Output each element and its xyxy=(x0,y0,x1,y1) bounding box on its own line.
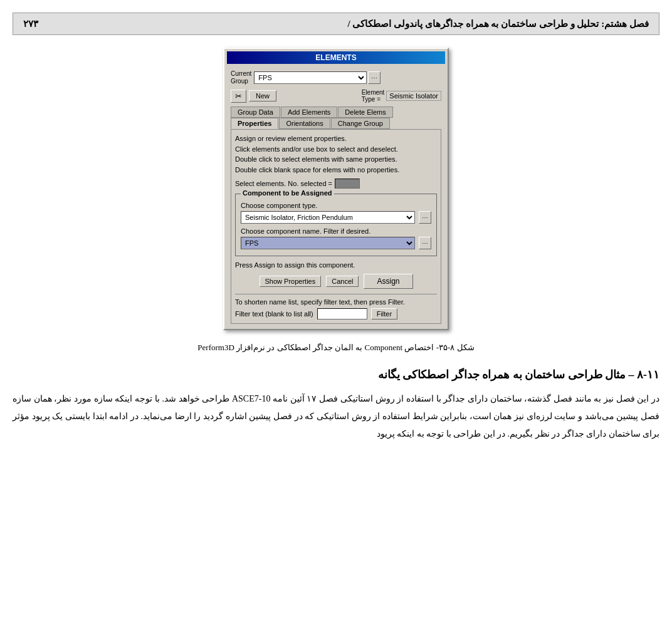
info-line2: Click elements and/or use box to select … xyxy=(235,144,437,155)
tab-add-elements[interactable]: Add Elements xyxy=(281,106,337,118)
element-type-value: Seismic Isolator xyxy=(386,91,441,101)
current-group-browse-btn[interactable]: ⋯ xyxy=(368,71,381,84)
select-label: Select elements. No. selected = xyxy=(235,180,332,187)
element-type-area: ElementType = Seismic Isolator xyxy=(362,89,441,103)
dialog-container: ELEMENTS Current Group FPS ⋯ ✂ New Eleme… xyxy=(13,48,659,330)
current-group-label: Current Group xyxy=(231,70,251,85)
divider xyxy=(235,294,437,294)
component-group-box: Component to be Assigned Choose componen… xyxy=(235,194,437,256)
choose-name-label: Choose component name. Filter if desired… xyxy=(241,227,431,235)
header-page-number: ۲۷۳ xyxy=(23,18,38,29)
current-group-select[interactable]: FPS xyxy=(254,71,367,84)
tab-change-group[interactable]: Change Group xyxy=(331,118,390,129)
tab-row-1: Group Data Add Elements Delete Elems xyxy=(231,106,441,118)
page-header: فصل هشتم: تحلیل و طراحی ساختمان به همراه… xyxy=(13,13,659,35)
filter-button[interactable]: Filter xyxy=(371,308,397,319)
tab-properties[interactable]: Properties xyxy=(231,118,278,129)
selected-count-field xyxy=(335,179,360,189)
filter-label: Filter text (blank to list all) xyxy=(235,310,313,318)
dialog-title: ELEMENTS xyxy=(315,53,356,62)
filter-section: To shorten name list, specify filter tex… xyxy=(235,298,437,319)
info-line1: Assign or review element properties. xyxy=(235,133,437,144)
body-text: در این فصل نیز به مانند فصل گذشته، ساختم… xyxy=(13,390,659,443)
filter-row: Filter text (blank to list all) Filter xyxy=(235,308,437,319)
properties-panel: Assign or review element properties. Cli… xyxy=(231,130,441,324)
component-name-row: FPS ⋯ xyxy=(241,237,431,249)
section-heading: ۸-۱۱ – مثال طراحی ساختمان به همراه جداگر… xyxy=(13,368,659,382)
info-line4: Double click blank space for elems with … xyxy=(235,165,437,175)
assign-button[interactable]: Assign xyxy=(364,274,412,289)
dialog-titlebar: ELEMENTS xyxy=(227,51,445,64)
new-button[interactable]: New xyxy=(249,90,276,101)
header-chapter: فصل هشتم: تحلیل و طراحی ساختمان به همراه… xyxy=(348,18,649,29)
tab-orientations[interactable]: Orientations xyxy=(279,118,330,129)
choose-name-section: Choose component name. Filter if desired… xyxy=(241,227,431,249)
dialog-body: Current Group FPS ⋯ ✂ New ElementType = … xyxy=(227,68,445,326)
action-buttons-row: Show Properties Cancel Assign xyxy=(235,274,437,289)
section-heading-text: ۸-۱۱ – مثال طراحی ساختمان به همراه جداگر… xyxy=(378,368,660,381)
component-name-select[interactable]: FPS xyxy=(241,237,415,249)
component-group-title: Component to be Assigned xyxy=(241,189,334,197)
figure-caption: شکل ۸-۳۵- اختصاص Component به المان جداگ… xyxy=(13,343,659,353)
tab-group-data[interactable]: Group Data xyxy=(231,106,280,118)
body-text-content: در این فصل نیز به مانند فصل گذشته، ساختم… xyxy=(13,394,659,439)
component-type-row: Seismic Isolator, Friction Pendulum ⋯ xyxy=(241,211,431,224)
elements-dialog: ELEMENTS Current Group FPS ⋯ ✂ New Eleme… xyxy=(223,48,449,330)
press-assign-label: Press Assign to assign this component. xyxy=(235,261,437,269)
component-type-select[interactable]: Seismic Isolator, Friction Pendulum xyxy=(241,211,415,224)
choose-type-label: Choose component type. xyxy=(241,202,431,209)
cancel-button[interactable]: Cancel xyxy=(326,276,359,287)
scissors-btn[interactable]: ✂ xyxy=(231,90,246,103)
tab-row-2: Properties Orientations Change Group xyxy=(231,118,441,130)
info-text: Assign or review element properties. Cli… xyxy=(235,133,437,175)
choose-type-section: Choose component type. Seismic Isolator,… xyxy=(241,202,431,224)
current-group-row: Current Group FPS ⋯ xyxy=(231,70,441,85)
filter-input[interactable] xyxy=(317,308,367,319)
select-elements-row: Select elements. No. selected = xyxy=(235,179,437,189)
component-name-browse-btn[interactable]: ⋯ xyxy=(419,237,431,249)
info-line3: Double click to select elements with sam… xyxy=(235,154,437,165)
figure-caption-text: شکل ۸-۳۵- اختصاص Component به المان جداگ… xyxy=(197,343,474,352)
tab-delete-elems[interactable]: Delete Elems xyxy=(338,106,392,118)
component-type-browse-btn[interactable]: ⋯ xyxy=(419,211,431,224)
show-properties-button[interactable]: Show Properties xyxy=(260,276,322,287)
filter-info-text: To shorten name list, specify filter tex… xyxy=(235,298,437,306)
element-type-label: ElementType = xyxy=(362,89,385,103)
toolbar-row: ✂ New ElementType = Seismic Isolator xyxy=(231,89,441,103)
